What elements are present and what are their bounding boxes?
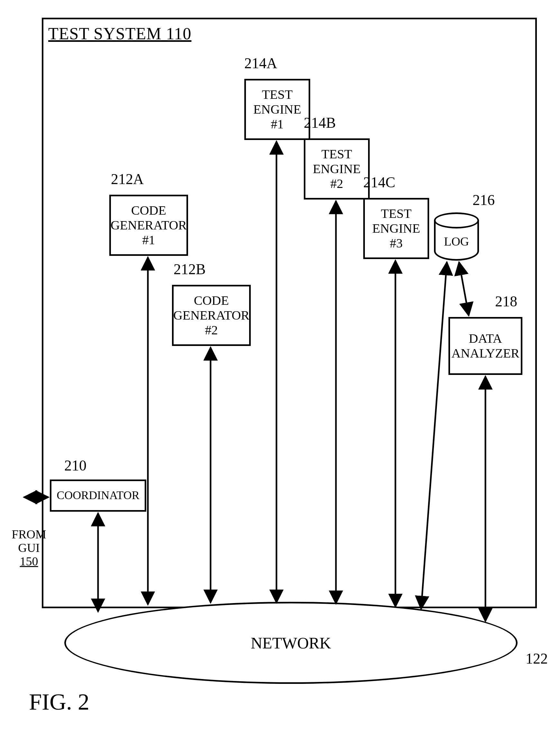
- from-gui-line2: GUI: [18, 541, 40, 554]
- figure-caption: FIG. 2: [29, 689, 90, 715]
- da-line1: DATA: [469, 331, 502, 346]
- test-engine-3-box: TEST ENGINE #3: [363, 198, 429, 259]
- code-generator-1-box: CODE GENERATOR #1: [109, 195, 188, 256]
- from-gui-label: FROM GUI 150: [11, 528, 47, 568]
- log-label: LOG: [444, 234, 469, 249]
- cg1-line1: CODE: [131, 203, 166, 218]
- da-ref: 218: [495, 293, 517, 310]
- te1-line1: TEST: [262, 87, 293, 102]
- te1-ref: 214A: [244, 55, 277, 72]
- te3-line2: ENGINE: [372, 221, 420, 236]
- coordinator-box: COORDINATOR: [50, 480, 146, 512]
- from-gui-line1: FROM: [11, 527, 46, 541]
- te2-ref: 214B: [304, 114, 336, 131]
- test-engine-1-box: TEST ENGINE #1: [244, 79, 310, 140]
- codegen1-ref: 212A: [111, 170, 144, 188]
- log-cylinder: LOG: [434, 213, 479, 261]
- cg1-line2: GENERATOR: [111, 218, 187, 233]
- log-ref: 216: [473, 192, 495, 208]
- te2-line2: ENGINE: [313, 162, 361, 176]
- network-ref: 122: [526, 650, 548, 667]
- code-generator-2-box: CODE GENERATOR #2: [172, 285, 251, 346]
- cg2-line2: GENERATOR: [173, 308, 249, 323]
- cg1-line3: #1: [142, 233, 155, 248]
- cg2-line3: #2: [205, 323, 218, 337]
- title-text: TEST SYSTEM 110: [48, 25, 191, 43]
- te3-ref: 214C: [363, 174, 395, 191]
- te3-line1: TEST: [381, 206, 412, 221]
- te1-line3: #1: [271, 117, 284, 132]
- te3-line3: #3: [390, 236, 403, 251]
- cg2-line1: CODE: [194, 293, 229, 308]
- network-ellipse: NETWORK: [64, 602, 518, 684]
- from-gui-line3: 150: [20, 554, 38, 568]
- te1-line2: ENGINE: [253, 102, 301, 117]
- codegen2-ref: 212B: [174, 261, 206, 278]
- da-line2: ANALYZER: [451, 346, 520, 361]
- data-analyzer-box: DATA ANALYZER: [449, 317, 522, 375]
- te2-line1: TEST: [321, 147, 352, 162]
- coordinator-ref: 210: [64, 457, 86, 474]
- te2-line3: #2: [330, 176, 343, 191]
- diagram-title: TEST SYSTEM 110: [48, 24, 191, 43]
- coordinator-label: COORDINATOR: [57, 489, 139, 502]
- network-label: NETWORK: [251, 634, 331, 652]
- test-engine-2-box: TEST ENGINE #2: [304, 138, 370, 199]
